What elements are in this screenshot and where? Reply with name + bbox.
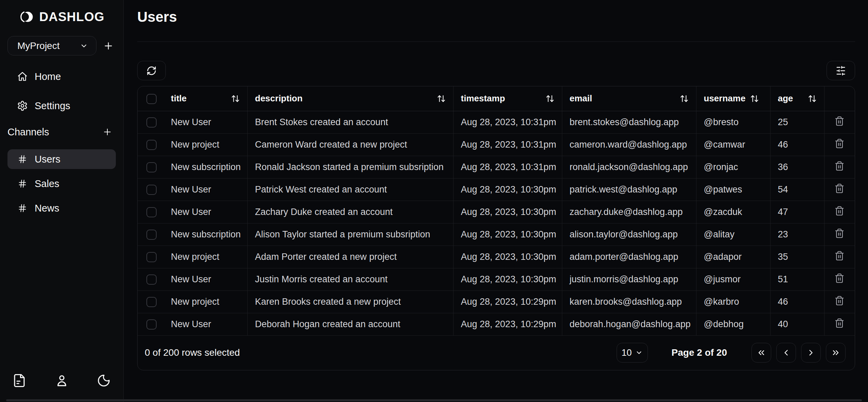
row-checkbox[interactable] (146, 274, 157, 285)
gear-icon (17, 100, 28, 111)
sliders-icon (836, 66, 846, 76)
cell-age: 25 (770, 111, 824, 133)
view-options-button[interactable] (827, 61, 855, 80)
row-checkbox[interactable] (146, 230, 157, 240)
cell-age: 47 (770, 201, 824, 223)
delete-row-button[interactable] (834, 228, 845, 238)
delete-row-button[interactable] (834, 318, 845, 328)
cell-description: Adam Porter created a new project (247, 246, 453, 268)
column-header-title[interactable]: title (163, 86, 247, 111)
cell-email: deborah.hogan@dashlog.app (562, 313, 696, 335)
cell-email: justin.morris@dashlog.app (562, 268, 696, 290)
account-button[interactable] (53, 371, 71, 390)
sidebar-item-settings[interactable]: Settings (0, 96, 123, 116)
column-header-username[interactable]: username (696, 86, 770, 111)
column-header-timestamp[interactable]: timestamp (453, 86, 562, 111)
select-all-checkbox[interactable] (146, 94, 157, 104)
cell-description: Ronald Jackson started a premium subsrip… (247, 156, 453, 178)
sort-icon[interactable] (808, 94, 817, 103)
hash-icon (18, 154, 27, 164)
chevron-right-icon (806, 348, 816, 357)
trash-icon (834, 161, 845, 171)
docs-button[interactable] (10, 371, 29, 390)
hash-icon (18, 179, 27, 188)
cell-description: Karen Brooks created a new project (247, 290, 453, 313)
add-channel-button[interactable] (100, 125, 114, 139)
row-checkbox-cell (138, 246, 163, 268)
sidebar-item-channel-sales[interactable]: Sales (7, 174, 116, 194)
row-actions-cell (824, 201, 855, 223)
row-checkbox[interactable] (146, 162, 157, 172)
cell-username: @camwar (696, 133, 770, 156)
table-row: New subscription Ronald Jackson started … (138, 156, 855, 178)
row-checkbox[interactable] (146, 252, 157, 262)
cell-age: 35 (770, 246, 824, 268)
cell-timestamp: Aug 28, 2023, 10:29pm (453, 290, 562, 313)
cell-username: @ronjac (696, 156, 770, 178)
cell-title: New project (163, 133, 247, 156)
column-label: age (778, 93, 793, 104)
last-page-button[interactable] (826, 343, 846, 363)
row-checkbox-cell (138, 223, 163, 246)
column-header-age[interactable]: age (770, 86, 824, 111)
delete-row-button[interactable] (834, 183, 845, 194)
next-page-button[interactable] (801, 343, 821, 363)
main-content: Users (124, 0, 868, 402)
person-icon (55, 373, 69, 388)
delete-row-button[interactable] (834, 138, 845, 149)
sidebar-item-channel-users[interactable]: Users (7, 149, 116, 169)
page-size-select[interactable]: 10 (617, 343, 648, 363)
horizontal-scrollbar[interactable] (6, 399, 862, 401)
row-checkbox[interactable] (146, 319, 157, 330)
sidebar-item-home[interactable]: Home (0, 66, 123, 87)
row-checkbox[interactable] (146, 297, 157, 307)
page-indicator: Page 2 of 20 (672, 347, 727, 358)
cell-description: Brent Stokes created an account (247, 111, 453, 133)
trash-icon (834, 116, 845, 126)
row-checkbox[interactable] (146, 117, 157, 128)
moon-icon (97, 373, 111, 388)
cell-timestamp: Aug 28, 2023, 10:31pm (453, 133, 562, 156)
delete-row-button[interactable] (834, 116, 845, 126)
cell-email: adam.porter@dashlog.app (562, 246, 696, 268)
sidebar-item-channel-news[interactable]: News (7, 198, 116, 218)
trash-icon (834, 138, 845, 149)
sort-icon[interactable] (437, 94, 446, 103)
column-header-description[interactable]: description (247, 86, 453, 111)
row-checkbox[interactable] (146, 207, 157, 217)
delete-row-button[interactable] (834, 251, 845, 261)
first-page-button[interactable] (751, 343, 771, 363)
column-header-email[interactable]: email (562, 86, 696, 111)
row-checkbox[interactable] (146, 140, 157, 150)
cell-age: 46 (770, 133, 824, 156)
sort-icon[interactable] (231, 94, 240, 103)
trash-icon (834, 251, 845, 261)
channels-header: Channels (7, 125, 114, 139)
trash-icon (834, 296, 845, 306)
table-row: New User Zachary Duke created an account… (138, 201, 855, 223)
cell-age: 40 (770, 313, 824, 335)
add-project-button[interactable] (101, 38, 116, 53)
refresh-button[interactable] (137, 61, 166, 80)
delete-row-button[interactable] (834, 273, 845, 283)
sort-icon[interactable] (546, 94, 554, 103)
header-checkbox-cell (138, 86, 163, 111)
channel-list: Users Sales News (0, 149, 123, 218)
delete-row-button[interactable] (834, 161, 845, 171)
dark-mode-toggle[interactable] (95, 371, 113, 390)
sort-icon[interactable] (750, 94, 759, 103)
table-header-row: title description timestamp (138, 86, 855, 111)
delete-row-button[interactable] (834, 206, 845, 216)
delete-row-button[interactable] (834, 296, 845, 306)
cell-title: New User (163, 313, 247, 335)
row-checkbox-cell (138, 268, 163, 290)
project-selector[interactable]: MyProject (7, 36, 96, 55)
hash-icon (18, 203, 27, 213)
previous-page-button[interactable] (776, 343, 796, 363)
channel-label: News (35, 203, 59, 214)
cell-age: 36 (770, 156, 824, 178)
row-checkbox-cell (138, 111, 163, 133)
cell-username: @debhog (696, 313, 770, 335)
sort-icon[interactable] (680, 94, 689, 103)
row-checkbox[interactable] (146, 185, 157, 195)
